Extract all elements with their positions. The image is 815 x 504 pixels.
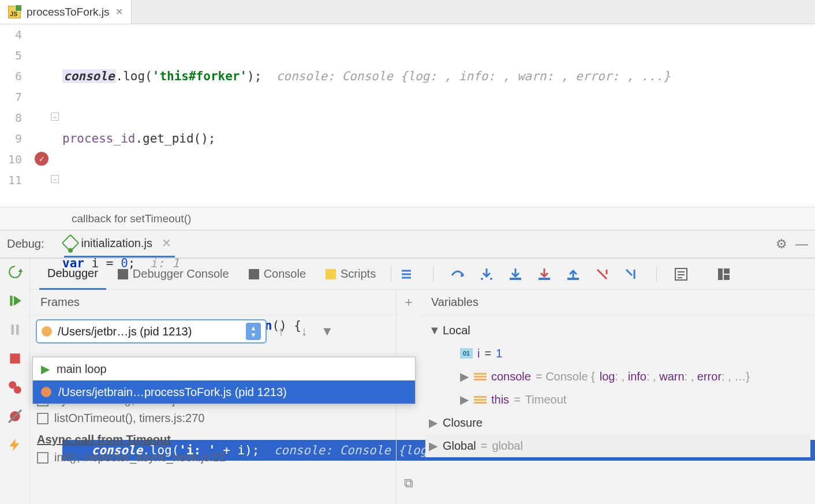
debug-tabs: Debugger Debugger Console Console Script… <box>30 259 815 290</box>
add-watch-icon[interactable]: ＋ <box>402 293 415 311</box>
caret-right-icon: ▶ <box>429 416 438 430</box>
dropdown-toggle-icon[interactable]: ▲▼ <box>246 323 261 340</box>
run-toolbar <box>0 259 30 504</box>
variables-panel: Variables ▼Local 01i = 1 ▶console = Cons… <box>421 290 815 504</box>
debug-label: Debug: <box>7 237 44 251</box>
lightning-icon[interactable] <box>8 438 23 453</box>
minimize-icon[interactable]: — <box>795 237 808 252</box>
console-icon <box>118 269 128 279</box>
thread-dropdown[interactable]: ▶main loop /Users/jetbrain…processToFork… <box>32 357 416 404</box>
variable-row[interactable]: ▶console = Console {log: , info: , warn:… <box>425 365 810 388</box>
frame-thread-select[interactable]: /Users/jetbr…js (pid 1213) ▲▼ <box>36 319 267 344</box>
svg-rect-8 <box>539 278 550 280</box>
caret-right-icon: ▶ <box>460 369 469 383</box>
variable-row[interactable]: ▶this = Timeout <box>425 388 810 411</box>
code-editor[interactable]: 4 5 6 7 8 9 10 11 – – console.log('this#… <box>0 24 815 207</box>
svg-rect-0 <box>10 353 20 363</box>
editor-tab-bar: JS processToFork.js ✕ <box>0 0 815 24</box>
breakpoint-icon[interactable] <box>35 152 48 166</box>
frames-title: Frames <box>30 290 396 315</box>
run-to-cursor-icon[interactable] <box>624 267 639 281</box>
view-breakpoints-icon[interactable] <box>8 380 23 395</box>
frame-row[interactable]: init(), inspector_async_hook.js:22 <box>37 451 389 464</box>
frame-icon <box>37 452 48 464</box>
show-execution-point-icon[interactable] <box>401 267 416 281</box>
pause-icon[interactable] <box>8 322 23 337</box>
variable-scope-local[interactable]: ▼Local <box>425 319 810 342</box>
layout-icon[interactable] <box>717 267 732 281</box>
tab-scripts[interactable]: Scripts <box>317 259 384 290</box>
marker-gutter: – – <box>28 24 62 207</box>
caret-right-icon: ▶ <box>460 393 469 406</box>
tab-debugger-console[interactable]: Debugger Console <box>110 259 237 290</box>
variables-title: Variables <box>421 290 815 315</box>
svg-point-5 <box>481 278 483 280</box>
code-token: console <box>62 69 116 83</box>
stop-icon[interactable] <box>8 351 23 366</box>
step-out-icon[interactable] <box>566 267 581 281</box>
object-icon <box>474 396 487 404</box>
file-tab[interactable]: JS processToFork.js ✕ <box>0 0 132 24</box>
mute-breakpoints-icon[interactable] <box>8 409 23 424</box>
close-config-icon[interactable]: ✕ <box>162 236 171 250</box>
console-icon <box>249 269 259 279</box>
variable-row[interactable]: 01i = 1 <box>425 342 810 365</box>
dropdown-item[interactable]: ▶main loop <box>33 357 415 380</box>
tab-console[interactable]: Console <box>241 259 314 290</box>
frame-row[interactable]: listOnTimeout(), timers.js:270 <box>37 412 389 425</box>
svg-point-2 <box>13 386 21 394</box>
js-file-icon: JS <box>8 6 21 18</box>
next-frame-icon[interactable]: ↓ <box>296 324 313 339</box>
fold-icon[interactable]: – <box>51 175 59 183</box>
fold-icon[interactable]: – <box>51 113 59 121</box>
primitive-icon: 01 <box>460 348 473 359</box>
async-header: Async call from Timeout <box>37 433 389 446</box>
js-file-icon <box>326 269 336 279</box>
thread-status-icon <box>42 326 52 337</box>
svg-rect-11 <box>718 268 723 280</box>
copy-icon[interactable]: ⧉ <box>404 476 413 491</box>
step-into-icon[interactable] <box>480 267 495 281</box>
caret-right-icon: ▶ <box>429 439 438 453</box>
step-over-icon[interactable] <box>451 267 466 281</box>
debug-config-tab[interactable]: initialization.js ✕ <box>64 230 175 257</box>
svg-rect-9 <box>567 278 579 280</box>
svg-point-6 <box>490 278 492 280</box>
tab-debugger[interactable]: Debugger <box>39 259 106 290</box>
force-step-into-icon[interactable] <box>509 267 524 281</box>
play-icon: ▶ <box>41 362 50 376</box>
close-tab-icon[interactable]: ✕ <box>115 6 123 17</box>
code-area[interactable]: console.log('this#forker'); console: Con… <box>62 24 815 207</box>
inline-hint: console: Console {log: , info: , warn: ,… <box>261 69 670 83</box>
frame-icon <box>37 413 48 424</box>
variable-scope-closure[interactable]: ▶Closure <box>425 411 810 434</box>
svg-rect-13 <box>724 275 730 280</box>
tab-label: processToFork.js <box>27 6 110 18</box>
filter-frames-icon[interactable]: ▼ <box>319 324 336 339</box>
nodejs-icon <box>61 234 79 252</box>
prev-frame-icon[interactable]: ↑ <box>272 324 290 339</box>
object-icon <box>474 373 487 380</box>
step-into-my-code-icon[interactable] <box>537 267 552 281</box>
evaluate-expression-icon[interactable] <box>674 267 689 281</box>
dropdown-item[interactable]: /Users/jetbrain…processToFork.js (pid 12… <box>33 380 415 404</box>
drop-frame-icon[interactable] <box>595 267 610 281</box>
thread-status-icon <box>41 387 51 397</box>
line-number-gutter: 4 5 6 7 8 9 10 11 <box>0 24 28 207</box>
variable-scope-global[interactable]: ▶Global = global <box>425 434 810 457</box>
gear-icon[interactable]: ⚙ <box>776 237 787 252</box>
resume-icon[interactable] <box>8 293 23 308</box>
svg-rect-7 <box>510 278 521 280</box>
caret-down-icon: ▼ <box>429 324 438 337</box>
rerun-icon[interactable] <box>8 264 23 279</box>
svg-rect-12 <box>724 268 730 274</box>
